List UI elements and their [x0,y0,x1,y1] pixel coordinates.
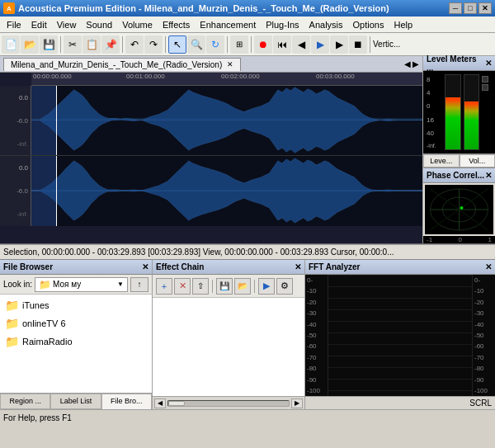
ec-add-button[interactable]: + [156,278,172,295]
ec-remove-button[interactable]: ✕ [174,278,191,295]
file-browser-panel: File Browser ✕ Look in: 📁 Моя му ▼ ↑ 📁 i… [0,260,153,409]
save-button[interactable]: 💾 [40,35,58,54]
fft-grid-50 [328,332,472,333]
file-browser-header: File Browser ✕ [0,260,152,275]
ec-move-button[interactable]: ⇧ [192,278,209,295]
ec-save-button[interactable]: 💾 [216,278,233,295]
file-browser-tab[interactable]: File Bro... [101,394,152,409]
menu-plugins[interactable]: Plug-Ins [261,18,304,31]
level-db-labels: 8 4 0 16 40 -inf. [427,74,441,150]
track2-db-0: 0.0 [19,164,28,172]
ec-play-button[interactable]: ▶ [258,278,275,295]
copy-button[interactable]: 📋 [82,35,101,54]
level-meters-close[interactable]: ✕ [485,59,492,68]
tab-scroll-right[interactable]: ▶ [412,59,419,68]
minimize-button[interactable]: ─ [449,2,462,14]
meter-fill-right [464,101,479,150]
prev-button[interactable]: ◀ [292,35,310,54]
look-in-combo[interactable]: 📁 Моя му ▼ [35,277,128,292]
track-2-waveform[interactable] [31,156,422,226]
level-meters-panel-header: Level Meters ... ✕ [423,56,495,71]
time-mark-2: 00:02:00.000 [221,73,260,80]
track-statusbar: Selection, 00:00:00.000 - 00:03:29.893 [… [0,244,495,259]
open-button[interactable]: 📂 [21,35,39,54]
title-bar: A Acoustica Premium Edition - Milena_and… [0,0,495,17]
fft-left-90: -90 [307,376,326,384]
level-tab[interactable]: Leve... [423,154,460,167]
folder-item-onlinetv[interactable]: 📁 onlineTV 6 [2,314,150,332]
fft-right-60: -60 [474,342,493,350]
loop-button[interactable]: ↻ [206,35,224,54]
phase-right-label: 1 [488,236,492,243]
ec-separator-1 [212,280,213,293]
menu-enhancement[interactable]: Enhancement [195,18,261,31]
folder-item-raimaradio[interactable]: 📁 RaimaRadio [2,332,150,351]
menu-bar: File Edit View Sound Volume Effects Enha… [0,17,495,33]
menu-volume[interactable]: Volume [117,18,158,31]
region-tab[interactable]: Region ... [0,394,50,409]
file-browser-close[interactable]: ✕ [142,262,148,271]
waveform-svg-1 [31,86,422,155]
fft-left-60: -60 [307,342,326,350]
volume-tab[interactable]: Vol... [460,154,496,167]
go-up-button[interactable]: ↑ [130,277,148,292]
tab-scroll-left[interactable]: ◀ [404,59,411,68]
db-label-4: 4 [427,89,441,97]
scroll-right-button[interactable]: ▶ [291,398,303,408]
fft-right-30: -30 [474,309,493,317]
track-2-labels: 0.0 -6.0 -inf. [0,156,31,226]
db-label-inf: -inf. [427,143,441,149]
meter-fill-left [446,97,460,149]
menu-sound[interactable]: Sound [81,18,117,31]
phase-mid-label: 0 [459,236,462,243]
next-button[interactable]: ▶ [330,35,348,54]
cut-button[interactable]: ✂ [64,35,82,54]
maximize-button[interactable]: □ [464,2,477,14]
fft-grid-60 [328,344,472,345]
file-browser-toolbar: Look in: 📁 Моя му ▼ ↑ [0,275,152,295]
scroll-left-button[interactable]: ◀ [154,398,166,408]
menu-options[interactable]: Options [348,18,389,31]
itunes-folder-label: iTunes [22,300,50,310]
vertical-label: Vertic... [373,40,400,49]
play-button[interactable]: ▶ [311,35,329,54]
track1-db-2: -inf. [17,140,28,148]
ec-settings-button[interactable]: ⚙ [276,278,293,295]
effect-chain-close[interactable]: ✕ [295,262,301,271]
new-button[interactable]: 📄 [2,35,20,54]
scrollbar-thumb[interactable] [168,401,185,406]
record-button[interactable]: ⏺ [254,35,272,54]
fft-analyzer-close[interactable]: ✕ [485,262,492,271]
undo-button[interactable]: ↶ [125,35,144,54]
stop-button[interactable]: ⏹ [349,35,367,54]
fft-right-10: -10 [474,287,493,295]
track-tab[interactable]: Milena_and_Murzin_Denis_-_Touch_Me_(Radi… [3,58,241,71]
to-start-button[interactable]: ⏮ [273,35,291,54]
level-meter-tabs: Leve... Vol... [423,153,495,167]
phase-corr-svg [425,185,493,234]
zoom-tool[interactable]: 🔍 [187,35,205,54]
paste-button[interactable]: 📌 [101,35,120,54]
phase-corr-close[interactable]: ✕ [485,171,492,180]
label-list-tab[interactable]: Label List [50,394,101,409]
fft-bottom-bar: SCRL [305,396,495,409]
redo-button[interactable]: ↷ [144,35,163,54]
menu-edit[interactable]: Edit [26,18,52,31]
track-1-waveform[interactable] [31,86,422,155]
tab-close-icon[interactable]: ✕ [227,60,233,68]
app-title: Acoustica Premium Edition - Milena_and_M… [18,3,389,13]
svg-point-11 [460,206,464,210]
effect-chain-list[interactable] [153,298,304,396]
select-tool[interactable]: ↖ [168,35,186,54]
scrollbar-track[interactable] [167,400,290,407]
fft-analyzer-title: FFT Analyzer [309,262,360,271]
ec-load-button[interactable]: 📂 [234,278,251,295]
menu-help[interactable]: Help [389,18,417,31]
menu-analysis[interactable]: Analysis [304,18,348,31]
menu-file[interactable]: File [2,18,26,31]
grid-button[interactable]: ⊞ [230,35,248,54]
folder-item-itunes[interactable]: 📁 iTunes [2,296,150,314]
menu-view[interactable]: View [52,18,82,31]
menu-effects[interactable]: Effects [158,18,195,31]
close-button[interactable]: ✕ [478,2,492,14]
